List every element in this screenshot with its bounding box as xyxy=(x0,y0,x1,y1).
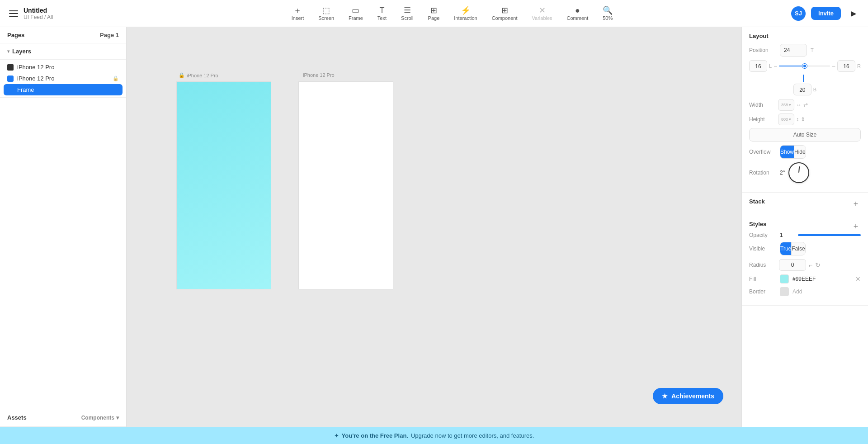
styles-add-button[interactable]: + xyxy=(851,222,861,231)
rotation-dial[interactable] xyxy=(788,162,809,183)
styles-header: Styles + xyxy=(749,221,861,232)
border-add: Add xyxy=(793,288,861,295)
radius-label: Radius xyxy=(749,262,776,268)
opacity-slider[interactable] xyxy=(798,234,861,236)
assets-header[interactable]: Assets Components ▾ xyxy=(0,409,126,426)
insert-tool[interactable]: ＋ Insert xyxy=(285,4,311,24)
spacer xyxy=(0,98,126,409)
opacity-row: Opacity 1 xyxy=(749,232,861,238)
dropdown-chevron: ▾ xyxy=(789,117,791,122)
layers-header[interactable]: ▾ Layers xyxy=(0,43,126,60)
margin-left-val[interactable]: 16 xyxy=(749,60,767,72)
chevron-icon: ▾ xyxy=(7,49,9,54)
rotation-label: Rotation xyxy=(749,170,776,176)
border-label: Border xyxy=(749,288,776,295)
avatar: SJ xyxy=(791,6,806,21)
fill-swatch[interactable] xyxy=(780,274,789,283)
frame2-label: iPhone 12 Pro xyxy=(303,72,335,78)
screen-tool[interactable]: ⬚ Screen xyxy=(312,4,340,24)
height-dropdown[interactable]: 800 ▾ xyxy=(778,113,794,125)
overflow-show-btn[interactable]: Show xyxy=(780,146,794,158)
comment-tool[interactable]: ● Comment xyxy=(561,4,595,24)
width-dropdown[interactable]: 358 ▾ xyxy=(778,99,794,111)
radius-row: Radius ⌐ ↻ xyxy=(749,259,861,271)
topbar: Untitled UI Feed / All ＋ Insert ⬚ Screen… xyxy=(0,0,868,27)
layer-item[interactable]: iPhone 12 Pro xyxy=(0,61,126,73)
position-label: Position xyxy=(749,47,776,53)
assets-label: Assets xyxy=(7,414,27,421)
app-info: Untitled UI Feed / All xyxy=(24,7,53,20)
play-button[interactable]: ▶ xyxy=(846,6,861,21)
invite-button[interactable]: Invite xyxy=(811,7,841,20)
overflow-label: Overflow xyxy=(749,149,776,155)
scroll-tool[interactable]: ☰ Scroll xyxy=(395,4,420,24)
margin-indicator xyxy=(803,75,807,82)
pages-label: Pages xyxy=(7,32,24,38)
visible-label: Visible xyxy=(749,246,776,252)
page-tool[interactable]: ⊞ Page xyxy=(422,4,446,24)
width-fit-icon[interactable]: ⇄ xyxy=(803,102,808,108)
border-row: Border Add xyxy=(749,287,861,296)
overflow-hide-btn[interactable]: Hide xyxy=(794,146,806,158)
stack-header: Stack + xyxy=(749,198,861,209)
insert-icon: ＋ xyxy=(293,6,302,14)
assets-filter: Components xyxy=(81,415,114,421)
refresh-icon[interactable]: ↻ xyxy=(815,261,821,269)
text-tool[interactable]: T Text xyxy=(371,4,393,24)
star-icon: ★ xyxy=(662,392,668,400)
width-expand-icon[interactable]: ↔ xyxy=(796,102,802,108)
corner-radius-icon: ⌐ xyxy=(809,261,812,269)
fill-hex: #99EEEF xyxy=(793,276,852,282)
border-swatch[interactable] xyxy=(780,287,789,296)
layout-section: Layout Position T 16 L − − 16 R xyxy=(742,27,868,193)
layer-item[interactable]: iPhone 12 Pro 🔒 xyxy=(0,73,126,84)
layer-name: Frame xyxy=(17,86,34,93)
interaction-tool[interactable]: ⚡ Interaction xyxy=(448,4,483,24)
layers-list: iPhone 12 Pro iPhone 12 Pro 🔒 Frame xyxy=(0,60,126,97)
fill-remove-icon[interactable]: ✕ xyxy=(855,275,861,283)
achievements-button[interactable]: ★ Achievements xyxy=(653,388,723,404)
component-tool[interactable]: ⊞ Component xyxy=(486,4,524,24)
margin-lr-row: 16 L − − 16 R xyxy=(749,60,861,72)
margin-bottom-row: 20 B xyxy=(749,84,861,95)
frame1-label: 🔒 iPhone 12 Pro xyxy=(179,72,218,78)
layers-section: ▾ Layers iPhone 12 Pro iPhone 12 Pro 🔒 F… xyxy=(0,43,126,98)
canvas[interactable]: 🔒 iPhone 12 Pro iPhone 12 Pro ★ Achievem… xyxy=(127,27,741,427)
margin-bottom-val[interactable]: 20 xyxy=(793,84,811,95)
zoom-icon: 🔍 xyxy=(603,6,613,14)
width-value: 358 xyxy=(781,103,788,107)
minus-icon[interactable]: − xyxy=(774,62,777,70)
visible-true-btn[interactable]: True xyxy=(780,242,792,255)
component-icon: ⊞ xyxy=(501,6,508,14)
pages-header[interactable]: Pages Page 1 xyxy=(0,27,126,43)
stack-add-button[interactable]: + xyxy=(851,199,861,209)
frame1-content xyxy=(177,82,271,289)
margin-right-val[interactable]: 16 xyxy=(837,60,855,72)
visible-false-btn[interactable]: False xyxy=(792,242,805,255)
radius-input[interactable] xyxy=(779,259,806,271)
autosize-button[interactable]: Auto Size xyxy=(749,128,861,142)
frame-tool[interactable]: ▭ Frame xyxy=(342,4,369,24)
layer-item-selected[interactable]: Frame xyxy=(4,84,123,95)
dropdown-chevron: ▾ xyxy=(789,103,791,107)
zoom-control[interactable]: 🔍 50% xyxy=(596,4,619,24)
margin-slider[interactable] xyxy=(779,66,830,66)
minus-icon2[interactable]: − xyxy=(832,62,835,70)
height-auto-icon[interactable]: ⇕ xyxy=(801,116,805,123)
layers-label: Layers xyxy=(12,48,31,55)
height-label: Height xyxy=(749,116,776,123)
frame1[interactable] xyxy=(176,81,271,289)
rotation-value: 2° xyxy=(780,170,785,176)
position-input[interactable] xyxy=(780,44,807,57)
height-fit-icon[interactable]: ↕ xyxy=(796,116,799,123)
rotation-row: Rotation 2° xyxy=(749,162,861,183)
variables-tool[interactable]: ✕ Variables xyxy=(526,4,559,24)
page-icon: ⊞ xyxy=(430,6,437,14)
scroll-icon: ☰ xyxy=(404,6,411,14)
page1-label: Page 1 xyxy=(100,32,119,38)
lock-icon: 🔒 xyxy=(179,72,185,78)
assets-dropdown[interactable]: Components ▾ xyxy=(81,415,119,421)
interaction-icon: ⚡ xyxy=(461,6,471,14)
menu-icon[interactable] xyxy=(7,7,20,20)
frame2[interactable] xyxy=(298,81,393,289)
